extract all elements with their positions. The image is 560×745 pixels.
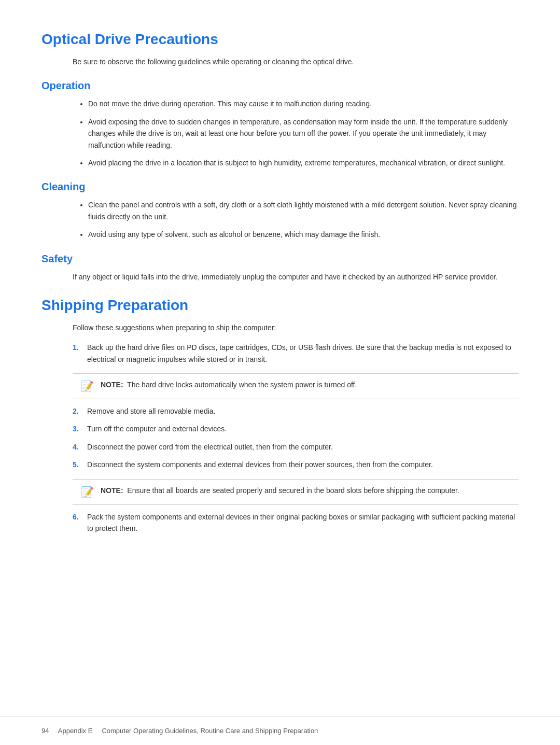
step-text-4: Disconnect the power cord from the elect… (87, 441, 333, 453)
step-5: 5. Disconnect the system components and … (73, 459, 519, 470)
step-text-5: Disconnect the system components and ext… (87, 459, 433, 470)
shipping-title: Shipping Preparation (41, 297, 519, 314)
list-item: Avoid using any type of solvent, such as… (88, 229, 519, 240)
step-4: 4. Disconnect the power cord from the el… (73, 441, 519, 453)
step-2: 2. Remove and store all removable media. (73, 405, 519, 417)
step-1: 1. Back up the hard drive files on PD di… (73, 342, 519, 365)
page-footer: 94 Appendix E Computer Operating Guideli… (0, 716, 560, 745)
step-num-6: 6. (73, 511, 81, 535)
step-num-3: 3. (73, 423, 81, 434)
note-label-1: NOTE: (101, 381, 123, 389)
note-icon-1: 📝 (81, 379, 95, 393)
step-num-5: 5. (73, 459, 81, 470)
step-6: 6. Pack the system components and extern… (73, 511, 519, 535)
optical-drive-intro: Be sure to observe the following guideli… (73, 56, 519, 67)
page-content: Optical Drive Precautions Be sure to obs… (41, 31, 519, 534)
step-text-6: Pack the system components and external … (87, 511, 519, 535)
shipping-steps: 1. Back up the hard drive files on PD di… (73, 342, 519, 365)
optical-drive-title: Optical Drive Precautions (41, 31, 519, 48)
list-item: Avoid placing the drive in a location th… (88, 157, 519, 168)
note-box-1: 📝 NOTE: The hard drive locks automatical… (73, 373, 519, 399)
list-item: Avoid exposing the drive to sudden chang… (88, 116, 519, 151)
shipping-intro: Follow these suggestions when preparing … (73, 322, 519, 333)
safety-text: If any object or liquid falls into the d… (73, 271, 519, 283)
footer-appendix-title: Computer Operating Guidelines, Routine C… (102, 727, 318, 735)
note-text-1: The hard drive locks automatically when … (127, 381, 357, 389)
operation-heading: Operation (41, 80, 519, 92)
note-box-2: 📝 NOTE: Ensure that all boards are seate… (73, 479, 519, 505)
step-num-1: 1. (73, 342, 81, 365)
list-item: Do not move the drive during operation. … (88, 98, 519, 109)
note-icon-2: 📝 (81, 485, 95, 499)
note-content-2: NOTE: Ensure that all boards are seated … (101, 485, 459, 496)
step-3: 3. Turn off the computer and external de… (73, 423, 519, 434)
operation-bullets: Do not move the drive during operation. … (88, 98, 519, 168)
list-item: Clean the panel and controls with a soft… (88, 199, 519, 222)
note-label-2: NOTE: (101, 486, 123, 495)
shipping-steps-2-5: 2. Remove and store all removable media.… (73, 405, 519, 471)
step-num-2: 2. (73, 405, 81, 417)
note-content-1: NOTE: The hard drive locks automatically… (101, 379, 357, 390)
cleaning-bullets: Clean the panel and controls with a soft… (88, 199, 519, 240)
step-text-1: Back up the hard drive files on PD discs… (87, 342, 519, 365)
step-text-3: Turn off the computer and external devic… (87, 423, 227, 434)
cleaning-heading: Cleaning (41, 181, 519, 193)
footer-appendix: Appendix E (58, 727, 93, 735)
safety-heading: Safety (41, 253, 519, 265)
footer-page-num: 94 (41, 727, 49, 735)
note-text-2: Ensure that all boards are seated proper… (127, 486, 459, 495)
shipping-step-6: 6. Pack the system components and extern… (73, 511, 519, 535)
step-text-2: Remove and store all removable media. (87, 405, 215, 417)
step-num-4: 4. (73, 441, 81, 453)
